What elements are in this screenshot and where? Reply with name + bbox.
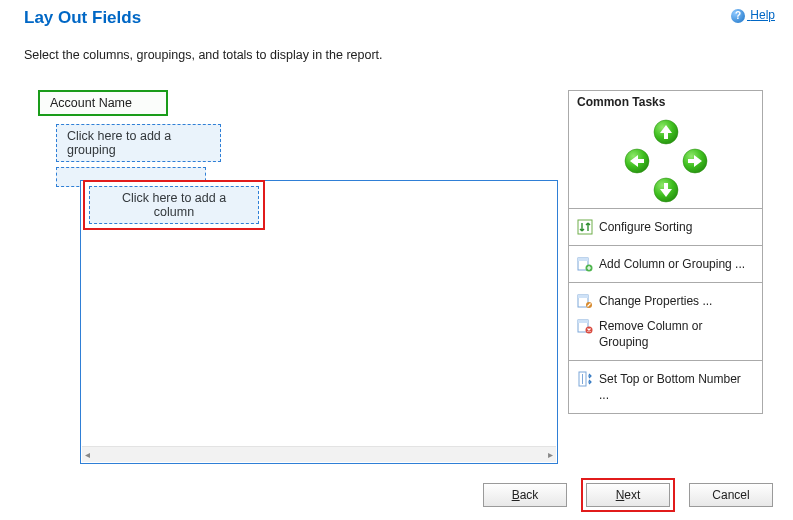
remove-column-grouping-task[interactable]: Remove Column or Grouping xyxy=(575,314,756,354)
svg-rect-12 xyxy=(578,320,588,323)
properties-icon xyxy=(577,293,593,309)
next-button[interactable]: Next xyxy=(586,483,670,507)
add-column-icon xyxy=(577,256,593,272)
horizontal-scrollbar[interactable]: ◂ ▸ xyxy=(82,446,556,462)
common-tasks-title: Common Tasks xyxy=(569,91,762,113)
configure-sorting-label: Configure Sorting xyxy=(599,219,692,235)
add-column-placeholder[interactable]: Click here to add a column xyxy=(89,186,259,224)
account-name-field[interactable]: Account Name xyxy=(38,90,168,116)
help-icon: ? xyxy=(731,9,745,23)
scroll-right-icon[interactable]: ▸ xyxy=(548,449,553,460)
set-top-bottom-task[interactable]: Set Top or Bottom Number ... xyxy=(575,367,756,407)
configure-sorting-task[interactable]: Configure Sorting xyxy=(575,215,756,239)
common-tasks-panel: Common Tasks Configure Sorting xyxy=(568,90,763,414)
svg-rect-4 xyxy=(578,220,592,234)
next-button-highlight: Next xyxy=(581,478,675,512)
change-properties-task[interactable]: Change Properties ... xyxy=(575,289,756,313)
svg-rect-6 xyxy=(578,258,588,261)
move-up-button[interactable] xyxy=(653,119,679,145)
back-button[interactable]: Back xyxy=(483,483,567,507)
add-grouping-placeholder[interactable]: Click here to add a grouping xyxy=(56,124,221,162)
svg-rect-9 xyxy=(578,295,588,298)
remove-column-icon xyxy=(577,318,593,334)
move-left-button[interactable] xyxy=(624,148,650,174)
set-top-bottom-label: Set Top or Bottom Number ... xyxy=(599,371,754,403)
move-right-button[interactable] xyxy=(682,148,708,174)
remove-column-grouping-label: Remove Column or Grouping xyxy=(599,318,754,350)
change-properties-label: Change Properties ... xyxy=(599,293,712,309)
help-label: Help xyxy=(750,8,775,22)
instruction-text: Select the columns, groupings, and total… xyxy=(0,28,793,62)
add-column-highlight: Click here to add a column xyxy=(83,180,265,230)
help-link[interactable]: ? Help xyxy=(731,8,775,23)
top-bottom-icon xyxy=(577,371,593,387)
add-column-grouping-task[interactable]: Add Column or Grouping ... xyxy=(575,252,756,276)
columns-canvas: Click here to add a column ◂ ▸ xyxy=(80,180,558,464)
cancel-button[interactable]: Cancel xyxy=(689,483,773,507)
add-column-grouping-label: Add Column or Grouping ... xyxy=(599,256,745,272)
scroll-left-icon[interactable]: ◂ xyxy=(85,449,90,460)
page-title: Lay Out Fields xyxy=(0,0,793,28)
move-down-button[interactable] xyxy=(653,177,679,203)
sort-icon xyxy=(577,219,593,235)
